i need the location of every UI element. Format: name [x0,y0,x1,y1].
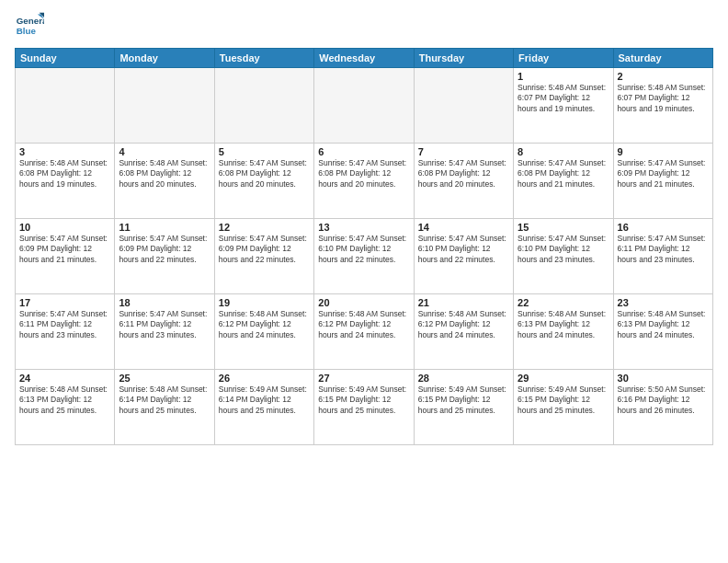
calendar-day-cell: 4Sunrise: 5:48 AM Sunset: 6:08 PM Daylig… [115,144,214,219]
calendar-day-cell: 11Sunrise: 5:47 AM Sunset: 6:09 PM Dayli… [115,219,214,294]
day-info: Sunrise: 5:48 AM Sunset: 6:12 PM Dayligh… [318,309,409,340]
calendar-day-cell: 14Sunrise: 5:47 AM Sunset: 6:10 PM Dayli… [414,219,513,294]
calendar-day-cell: 20Sunrise: 5:48 AM Sunset: 6:12 PM Dayli… [314,294,414,370]
calendar-day-cell: 3Sunrise: 5:48 AM Sunset: 6:08 PM Daylig… [16,144,115,219]
weekday-header-wednesday: Wednesday [314,49,414,68]
calendar-day-cell: 16Sunrise: 5:47 AM Sunset: 6:11 PM Dayli… [613,219,712,294]
calendar-day-cell: 13Sunrise: 5:47 AM Sunset: 6:10 PM Dayli… [314,219,414,294]
day-number: 12 [219,222,310,233]
calendar-day-cell [414,68,513,144]
header: General Blue [15,11,713,40]
weekday-header-row: SundayMondayTuesdayWednesdayThursdayFrid… [16,49,713,68]
calendar-day-cell: 25Sunrise: 5:48 AM Sunset: 6:14 PM Dayli… [115,370,214,445]
calendar-day-cell: 23Sunrise: 5:48 AM Sunset: 6:13 PM Dayli… [613,294,712,370]
calendar-day-cell: 9Sunrise: 5:47 AM Sunset: 6:09 PM Daylig… [613,144,712,219]
calendar-day-cell [115,68,214,144]
day-info: Sunrise: 5:47 AM Sunset: 6:10 PM Dayligh… [418,234,509,265]
weekday-header-tuesday: Tuesday [214,49,313,68]
calendar-day-cell: 18Sunrise: 5:47 AM Sunset: 6:11 PM Dayli… [115,294,214,370]
day-number: 15 [518,222,609,233]
day-info: Sunrise: 5:47 AM Sunset: 6:10 PM Dayligh… [518,234,609,265]
calendar-day-cell: 6Sunrise: 5:47 AM Sunset: 6:08 PM Daylig… [314,144,414,219]
logo: General Blue [15,11,48,40]
day-number: 29 [518,373,609,384]
day-info: Sunrise: 5:49 AM Sunset: 6:15 PM Dayligh… [318,385,409,416]
day-number: 1 [518,71,609,82]
day-number: 18 [119,297,210,308]
day-info: Sunrise: 5:49 AM Sunset: 6:15 PM Dayligh… [418,385,509,416]
calendar-week-row: 3Sunrise: 5:48 AM Sunset: 6:08 PM Daylig… [16,144,713,219]
day-number: 9 [618,146,709,157]
calendar-day-cell: 27Sunrise: 5:49 AM Sunset: 6:15 PM Dayli… [314,370,414,445]
calendar-week-row: 17Sunrise: 5:47 AM Sunset: 6:11 PM Dayli… [16,294,713,370]
day-number: 4 [119,146,210,157]
day-info: Sunrise: 5:50 AM Sunset: 6:16 PM Dayligh… [618,385,709,416]
svg-text:General: General [17,16,44,26]
logo-icon: General Blue [15,11,44,40]
weekday-header-friday: Friday [514,49,613,68]
calendar-day-cell: 22Sunrise: 5:48 AM Sunset: 6:13 PM Dayli… [514,294,613,370]
calendar-week-row: 24Sunrise: 5:48 AM Sunset: 6:13 PM Dayli… [16,370,713,445]
day-number: 23 [618,297,709,308]
calendar-day-cell: 8Sunrise: 5:47 AM Sunset: 6:08 PM Daylig… [514,144,613,219]
day-number: 6 [318,146,409,157]
day-number: 20 [318,297,409,308]
day-number: 5 [219,146,310,157]
day-info: Sunrise: 5:48 AM Sunset: 6:13 PM Dayligh… [19,385,110,416]
day-number: 7 [418,146,509,157]
day-info: Sunrise: 5:47 AM Sunset: 6:11 PM Dayligh… [119,309,210,340]
day-number: 2 [618,71,709,82]
day-info: Sunrise: 5:48 AM Sunset: 6:12 PM Dayligh… [219,309,310,340]
weekday-header-thursday: Thursday [414,49,513,68]
day-info: Sunrise: 5:47 AM Sunset: 6:09 PM Dayligh… [219,234,310,265]
weekday-header-saturday: Saturday [613,49,712,68]
day-number: 25 [119,373,210,384]
day-info: Sunrise: 5:48 AM Sunset: 6:13 PM Dayligh… [618,309,709,340]
day-number: 19 [219,297,310,308]
calendar-week-row: 1Sunrise: 5:48 AM Sunset: 6:07 PM Daylig… [16,68,713,144]
day-info: Sunrise: 5:48 AM Sunset: 6:08 PM Dayligh… [19,158,110,190]
day-info: Sunrise: 5:48 AM Sunset: 6:07 PM Dayligh… [618,83,709,114]
day-info: Sunrise: 5:49 AM Sunset: 6:14 PM Dayligh… [219,385,310,416]
calendar-day-cell [16,68,115,144]
weekday-header-monday: Monday [115,49,214,68]
calendar-day-cell: 2Sunrise: 5:48 AM Sunset: 6:07 PM Daylig… [613,68,712,144]
day-info: Sunrise: 5:47 AM Sunset: 6:10 PM Dayligh… [318,234,409,265]
calendar-day-cell: 5Sunrise: 5:47 AM Sunset: 6:08 PM Daylig… [214,144,313,219]
day-info: Sunrise: 5:47 AM Sunset: 6:11 PM Dayligh… [19,309,110,340]
day-info: Sunrise: 5:48 AM Sunset: 6:14 PM Dayligh… [119,385,210,416]
day-info: Sunrise: 5:47 AM Sunset: 6:08 PM Dayligh… [318,158,409,190]
day-info: Sunrise: 5:48 AM Sunset: 6:13 PM Dayligh… [518,309,609,340]
day-number: 26 [219,373,310,384]
day-number: 8 [518,146,609,157]
calendar-day-cell [314,68,414,144]
day-number: 27 [318,373,409,384]
day-number: 11 [119,222,210,233]
calendar-day-cell: 19Sunrise: 5:48 AM Sunset: 6:12 PM Dayli… [214,294,313,370]
day-info: Sunrise: 5:47 AM Sunset: 6:11 PM Dayligh… [618,234,709,265]
calendar-day-cell: 17Sunrise: 5:47 AM Sunset: 6:11 PM Dayli… [16,294,115,370]
calendar-day-cell: 26Sunrise: 5:49 AM Sunset: 6:14 PM Dayli… [214,370,313,445]
calendar-week-row: 10Sunrise: 5:47 AM Sunset: 6:09 PM Dayli… [16,219,713,294]
calendar-day-cell [214,68,313,144]
calendar-day-cell: 24Sunrise: 5:48 AM Sunset: 6:13 PM Dayli… [16,370,115,445]
day-info: Sunrise: 5:47 AM Sunset: 6:09 PM Dayligh… [119,234,210,265]
day-number: 13 [318,222,409,233]
day-number: 10 [19,222,110,233]
day-info: Sunrise: 5:48 AM Sunset: 6:12 PM Dayligh… [418,309,509,340]
day-info: Sunrise: 5:48 AM Sunset: 6:08 PM Dayligh… [119,158,210,190]
calendar-day-cell: 28Sunrise: 5:49 AM Sunset: 6:15 PM Dayli… [414,370,513,445]
day-info: Sunrise: 5:47 AM Sunset: 6:08 PM Dayligh… [219,158,310,190]
calendar-day-cell: 7Sunrise: 5:47 AM Sunset: 6:08 PM Daylig… [414,144,513,219]
page-container: General Blue SundayMondayTuesdayWednesda… [0,0,728,563]
day-number: 17 [19,297,110,308]
day-number: 30 [618,373,709,384]
day-info: Sunrise: 5:48 AM Sunset: 6:07 PM Dayligh… [518,83,609,114]
day-number: 21 [418,297,509,308]
day-number: 24 [19,373,110,384]
day-info: Sunrise: 5:47 AM Sunset: 6:08 PM Dayligh… [518,158,609,190]
weekday-header-sunday: Sunday [16,49,115,68]
calendar-day-cell: 29Sunrise: 5:49 AM Sunset: 6:15 PM Dayli… [514,370,613,445]
day-info: Sunrise: 5:47 AM Sunset: 6:09 PM Dayligh… [618,158,709,190]
svg-text:Blue: Blue [17,26,37,36]
